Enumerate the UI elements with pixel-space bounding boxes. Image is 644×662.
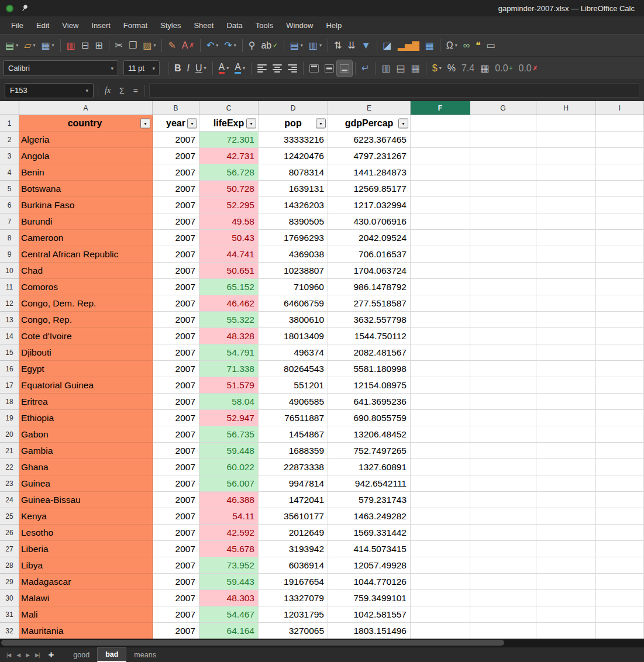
cell-A6[interactable]: Burkina Faso <box>19 197 153 213</box>
cell-D7[interactable]: 8390505 <box>259 213 328 230</box>
cell-B7[interactable]: 2007 <box>153 213 199 230</box>
cell-F26[interactable] <box>411 525 470 541</box>
cell-A31[interactable]: Mali <box>19 606 153 623</box>
cell-F1[interactable] <box>411 115 470 132</box>
cell-I10[interactable] <box>596 263 644 279</box>
font-color-button[interactable]: A▾ <box>216 60 232 77</box>
merge-and-center-button[interactable]: ▥ <box>378 60 393 77</box>
equals-button[interactable]: = <box>131 85 140 96</box>
cell-C14[interactable]: 48.328 <box>199 328 259 344</box>
cell-H24[interactable] <box>536 492 596 508</box>
menu-window[interactable]: Window <box>280 18 319 33</box>
row-header-19[interactable]: 19 <box>0 410 19 426</box>
cell-F14[interactable] <box>411 328 470 344</box>
cell-G5[interactable] <box>470 181 536 197</box>
chevron-down-icon[interactable]: ▾ <box>319 43 322 48</box>
cell-D14[interactable]: 18013409 <box>259 328 328 344</box>
cell-B1[interactable]: year▼ <box>153 115 199 132</box>
cell-G7[interactable] <box>470 213 536 230</box>
cell-I4[interactable] <box>596 164 644 181</box>
cell-G31[interactable] <box>470 606 536 623</box>
menu-data[interactable]: Data <box>220 18 249 33</box>
cell-A9[interactable]: Central African Republic <box>19 246 153 263</box>
cell-G25[interactable] <box>470 508 536 525</box>
cell-H23[interactable] <box>536 475 596 492</box>
cell-F31[interactable] <box>411 606 470 623</box>
row-header-22[interactable]: 22 <box>0 459 19 475</box>
spelling-button[interactable]: ab✓ <box>258 37 280 54</box>
highlighting-color-button[interactable]: A▾ <box>232 60 248 77</box>
row-header-21[interactable]: 21 <box>0 443 19 459</box>
cell-F28[interactable] <box>411 557 470 574</box>
cell-G6[interactable] <box>470 197 536 213</box>
find-replace-button[interactable]: ⚲ <box>246 37 259 54</box>
cell-E15[interactable]: 2082.481567 <box>328 344 411 361</box>
chevron-down-icon[interactable]: ▾ <box>152 65 155 71</box>
cell-E26[interactable]: 1569.331442 <box>328 525 411 541</box>
cell-D9[interactable]: 4369038 <box>259 246 328 263</box>
cell-C7[interactable]: 49.58 <box>199 213 259 230</box>
row-header-1[interactable]: 1 <box>0 115 19 132</box>
function-wizard-button[interactable]: fx <box>102 85 113 96</box>
align-left-button[interactable] <box>254 60 270 77</box>
cell-C27[interactable]: 45.678 <box>199 541 259 557</box>
cell-C10[interactable]: 50.651 <box>199 263 259 279</box>
cell-E21[interactable]: 752.7497265 <box>328 443 411 459</box>
cell-A28[interactable]: Libya <box>19 557 153 574</box>
cell-D5[interactable]: 1639131 <box>259 181 328 197</box>
cell-A13[interactable]: Congo, Rep. <box>19 312 153 328</box>
cell-B30[interactable]: 2007 <box>153 590 199 606</box>
cell-C6[interactable]: 52.295 <box>199 197 259 213</box>
cell-A20[interactable]: Gabon <box>19 426 153 443</box>
sheet-tab-bad[interactable]: bad <box>97 647 126 662</box>
cell-A19[interactable]: Ethiopia <box>19 410 153 426</box>
cell-F18[interactable] <box>411 394 470 410</box>
cell-H20[interactable] <box>536 426 596 443</box>
cell-C31[interactable]: 54.467 <box>199 606 259 623</box>
print-button[interactable]: ⊟ <box>78 37 92 54</box>
cut-button[interactable]: ✂ <box>112 37 126 54</box>
cell-G24[interactable] <box>470 492 536 508</box>
column-button[interactable]: ▥▾ <box>306 37 325 54</box>
cell-A21[interactable]: Gambia <box>19 443 153 459</box>
cell-I5[interactable] <box>596 181 644 197</box>
row-header-4[interactable]: 4 <box>0 164 19 181</box>
cell-G22[interactable] <box>470 459 536 475</box>
cell-A5[interactable]: Botswana <box>19 181 153 197</box>
cell-C5[interactable]: 50.728 <box>199 181 259 197</box>
row-header-30[interactable]: 30 <box>0 590 19 606</box>
cell-I29[interactable] <box>596 574 644 590</box>
row-button[interactable]: ▤▾ <box>287 37 306 54</box>
cell-C17[interactable]: 51.579 <box>199 377 259 394</box>
menu-insert[interactable]: Insert <box>85 18 117 33</box>
column-header-G[interactable]: G <box>470 101 536 115</box>
chevron-down-icon[interactable]: ▾ <box>455 43 457 48</box>
cell-C15[interactable]: 54.791 <box>199 344 259 361</box>
cell-E24[interactable]: 579.231743 <box>328 492 411 508</box>
cell-H22[interactable] <box>536 459 596 475</box>
cell-D17[interactable]: 551201 <box>259 377 328 394</box>
undo-button[interactable]: ↶▾ <box>204 37 221 54</box>
cell-E14[interactable]: 1544.750112 <box>328 328 411 344</box>
cell-C29[interactable]: 59.443 <box>199 574 259 590</box>
special-character-button[interactable]: Ω▾ <box>443 37 460 54</box>
cell-I32[interactable] <box>596 623 644 639</box>
menu-tools[interactable]: Tools <box>249 18 280 33</box>
insert-pivot-table-button[interactable]: ▦ <box>422 37 437 54</box>
row-header-7[interactable]: 7 <box>0 213 19 230</box>
cell-D21[interactable]: 1688359 <box>259 443 328 459</box>
cell-F30[interactable] <box>411 590 470 606</box>
cell-G26[interactable] <box>470 525 536 541</box>
cell-E12[interactable]: 277.5518587 <box>328 295 411 312</box>
date-format-button[interactable]: ▦ <box>477 60 492 77</box>
row-header-17[interactable]: 17 <box>0 377 19 394</box>
cell-G18[interactable] <box>470 394 536 410</box>
cell-F2[interactable] <box>411 132 470 148</box>
cell-H28[interactable] <box>536 557 596 574</box>
cell-G9[interactable] <box>470 246 536 263</box>
cell-I11[interactable] <box>596 279 644 295</box>
autofilter-dropdown-E[interactable]: ▼ <box>398 118 408 128</box>
sheet-tab-good[interactable]: good <box>66 647 97 662</box>
cell-I20[interactable] <box>596 426 644 443</box>
cell-F21[interactable] <box>411 443 470 459</box>
